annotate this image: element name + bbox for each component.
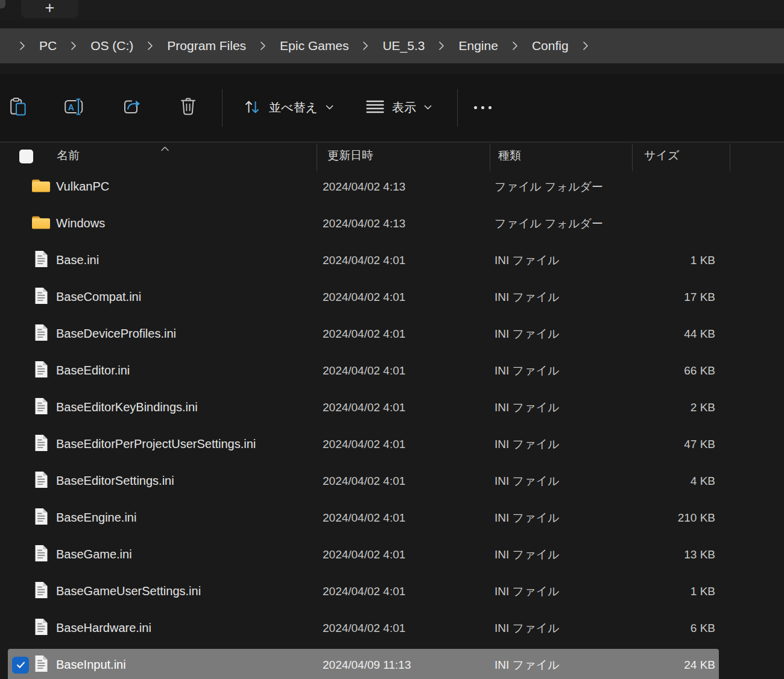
file-row[interactable]: VulkanPC 2024/04/02 4:13 ファイル フォルダー — [0, 168, 784, 205]
breadcrumb: PC OS (C:) Program Files Epic Games UE_5… — [0, 28, 784, 63]
column-header-type[interactable]: 種類 — [495, 147, 525, 164]
more-options-button[interactable] — [469, 93, 498, 122]
file-name-cell: BaseGameUserSettings.ini — [0, 581, 317, 601]
column-separator[interactable] — [490, 144, 490, 171]
breadcrumb-item[interactable]: UE_5.3 — [370, 35, 437, 57]
new-tab-button[interactable]: + — [42, 0, 58, 17]
svg-text:A: A — [68, 103, 74, 112]
file-date-cell: 2024/04/02 4:13 — [317, 217, 490, 230]
file-name-label: BaseInput.ini — [56, 658, 126, 672]
file-name-cell: BaseDeviceProfiles.ini — [0, 324, 317, 344]
file-row[interactable]: BaseInput.ini 2024/04/09 11:13 INI ファイル … — [0, 646, 784, 679]
paste-icon — [10, 98, 26, 118]
file-name-label: BaseGameUserSettings.ini — [56, 584, 201, 598]
breadcrumb-chevron-icon[interactable] — [361, 41, 370, 51]
file-type-cell: INI ファイル — [490, 657, 632, 673]
file-row[interactable]: Base.ini 2024/04/02 4:01 INI ファイル 1 KB — [0, 242, 784, 279]
column-separator[interactable] — [317, 144, 317, 171]
breadcrumb-item[interactable]: Epic Games — [267, 35, 361, 57]
file-size-cell: 4 KB — [632, 475, 730, 488]
file-date-cell: 2024/04/02 4:01 — [317, 548, 490, 561]
file-date-cell: 2024/04/02 4:01 — [317, 327, 490, 341]
sort-button[interactable]: 並べ替え — [237, 92, 340, 124]
tab-edge-fragment — [0, 0, 5, 8]
breadcrumb-item[interactable]: PC — [27, 35, 69, 57]
file-date-cell: 2024/04/09 11:13 — [317, 658, 490, 672]
delete-button[interactable] — [174, 93, 203, 122]
file-name-cell: BaseInput.ini — [0, 655, 317, 675]
share-button[interactable] — [117, 93, 146, 122]
rename-icon: A — [65, 98, 85, 118]
file-row[interactable]: BaseEditorKeyBindings.ini 2024/04/02 4:0… — [0, 389, 784, 426]
rename-button[interactable]: A — [60, 93, 89, 122]
file-row[interactable]: BaseEditorPerProjectUserSettings.ini 202… — [0, 426, 784, 463]
breadcrumb-chevron-icon[interactable] — [69, 41, 78, 51]
file-date-cell: 2024/04/02 4:01 — [317, 438, 490, 451]
trash-icon — [180, 98, 196, 118]
toolbar-separator — [222, 89, 223, 127]
sort-arrows-icon — [243, 98, 261, 118]
file-row[interactable]: BaseCompat.ini 2024/04/02 4:01 INI ファイル … — [0, 279, 784, 315]
chevron-down-icon — [326, 103, 334, 112]
file-row[interactable]: BaseEditorSettings.ini 2024/04/02 4:01 I… — [0, 463, 784, 499]
file-row[interactable]: BaseDeviceProfiles.ini 2024/04/02 4:01 I… — [0, 315, 784, 352]
breadcrumb-chevron-icon[interactable] — [581, 41, 590, 51]
document-icon — [34, 508, 48, 528]
breadcrumb-chevron-icon[interactable] — [146, 41, 154, 51]
column-separator[interactable] — [730, 144, 730, 171]
file-date-cell: 2024/04/02 4:01 — [317, 364, 490, 377]
document-icon — [34, 324, 48, 344]
column-header-size[interactable]: サイズ — [640, 147, 683, 164]
breadcrumb-chevron-icon[interactable] — [437, 41, 446, 51]
file-row[interactable]: BaseEditor.ini 2024/04/02 4:01 INI ファイル … — [0, 352, 784, 389]
file-date-cell: 2024/04/02 4:01 — [317, 291, 490, 304]
view-lines-icon — [366, 99, 384, 116]
file-row[interactable]: BaseEngine.ini 2024/04/02 4:01 INI ファイル … — [0, 499, 784, 536]
breadcrumb-chevron-icon[interactable] — [511, 41, 519, 51]
file-row[interactable]: BaseHardware.ini 2024/04/02 4:01 INI ファイ… — [0, 610, 784, 646]
file-row[interactable]: BaseGame.ini 2024/04/02 4:01 INI ファイル 13… — [0, 536, 784, 573]
column-header-date-modified[interactable]: 更新日時 — [324, 147, 377, 164]
breadcrumb-chevron-icon[interactable] — [259, 41, 267, 51]
column-header-name[interactable]: 名前 — [53, 147, 83, 164]
ellipsis-icon — [474, 106, 492, 109]
file-date-cell: 2024/04/02 4:01 — [317, 622, 490, 635]
breadcrumb-item[interactable]: OS (C:) — [78, 35, 146, 57]
file-type-cell: INI ファイル — [490, 621, 632, 636]
file-name-cell: VulkanPC — [0, 177, 317, 196]
file-date-cell: 2024/04/02 4:13 — [317, 180, 490, 194]
document-icon — [34, 287, 48, 307]
view-button[interactable]: 表示 — [360, 92, 438, 124]
file-size-cell: 47 KB — [632, 438, 730, 451]
file-date-cell: 2024/04/02 4:01 — [317, 401, 490, 414]
breadcrumb-item[interactable]: Config — [519, 35, 581, 57]
file-type-cell: ファイル フォルダー — [490, 216, 632, 232]
column-separator[interactable] — [632, 144, 633, 171]
file-size-cell: 66 KB — [632, 364, 730, 377]
file-type-cell: INI ファイル — [490, 289, 632, 305]
file-name-label: BaseEditorPerProjectUserSettings.ini — [56, 437, 256, 451]
folder-icon — [31, 214, 51, 233]
chevron-down-icon — [424, 103, 432, 112]
breadcrumb-item[interactable]: Engine — [446, 35, 510, 57]
select-all-checkbox[interactable] — [19, 150, 33, 163]
file-row[interactable]: BaseGameUserSettings.ini 2024/04/02 4:01… — [0, 573, 784, 610]
file-name-label: BaseHardware.ini — [56, 621, 151, 635]
file-name-label: BaseEditor.ini — [56, 364, 130, 377]
file-type-cell: INI ファイル — [490, 473, 632, 489]
file-name-label: BaseEngine.ini — [56, 511, 136, 525]
file-name-label: VulkanPC — [56, 180, 109, 194]
file-type-cell: INI ファイル — [490, 584, 632, 599]
file-type-cell: INI ファイル — [490, 547, 632, 563]
document-icon — [34, 250, 48, 270]
document-icon — [34, 397, 48, 417]
file-name-cell: BaseEditorKeyBindings.ini — [0, 397, 317, 417]
file-type-cell: INI ファイル — [490, 437, 632, 452]
column-header-row: 名前 更新日時 種類 サイズ — [0, 142, 784, 168]
file-row[interactable]: Windows 2024/04/02 4:13 ファイル フォルダー — [0, 205, 784, 242]
paste-button[interactable] — [4, 93, 33, 122]
breadcrumb-item[interactable]: Program Files — [154, 35, 259, 57]
file-name-label: BaseEditorSettings.ini — [56, 474, 174, 488]
file-type-cell: INI ファイル — [490, 253, 632, 268]
breadcrumb-chevron-icon[interactable] — [18, 41, 27, 51]
